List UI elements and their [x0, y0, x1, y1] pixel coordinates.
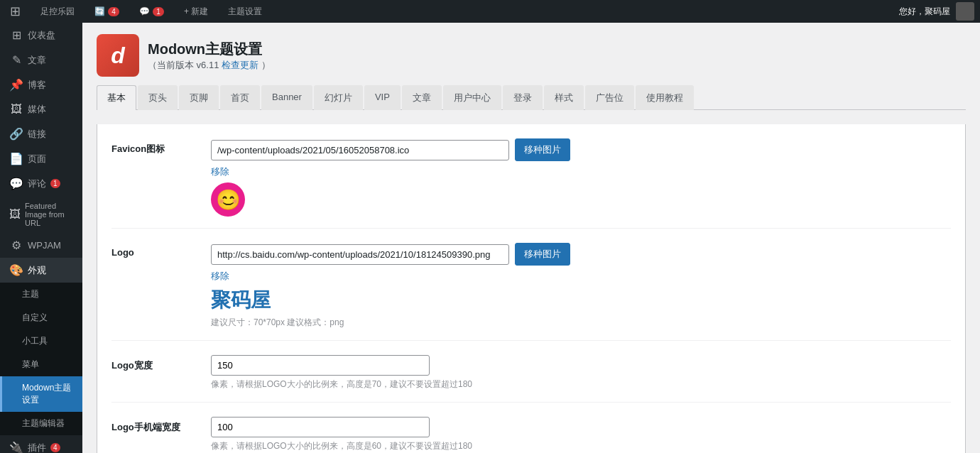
logo-remove-btn[interactable]: 移除 — [211, 270, 229, 283]
logo-hint: 建议尺寸：70*70px 建议格式：png — [211, 317, 951, 329]
logo-mobile-width-input[interactable] — [211, 417, 430, 437]
main-content: d Modown主题设置 （当前版本 v6.11 检查更新 ） 基本 页头 页脚… — [82, 23, 980, 453]
tab-adspace[interactable]: 广告位 — [585, 85, 634, 110]
sidebar-item-blog-label: 博客 — [28, 79, 46, 92]
favicon-input-row: 移种图片 — [211, 138, 951, 161]
pages-icon: 📄 — [9, 152, 23, 165]
sidebar-item-wpjam[interactable]: ⚙ WPJAM — [0, 233, 82, 258]
favicon-preview: 😊 — [211, 182, 245, 217]
modown-label: Modown主题设置 — [22, 382, 75, 406]
settings-form: Favicon图标 移种图片 移除 😊 Logo 移种图片 — [97, 124, 966, 453]
tab-header[interactable]: 页头 — [138, 85, 178, 110]
tab-footer[interactable]: 页脚 — [179, 85, 219, 110]
logo-input[interactable] — [211, 244, 509, 265]
logo-width-label: Logo宽度 — [111, 355, 211, 372]
favicon-upload-btn[interactable]: 移种图片 — [515, 138, 570, 161]
sidebar-item-comments[interactable]: 💬 评论 1 — [0, 171, 82, 196]
sidebar-item-links[interactable]: 🔗 链接 — [0, 121, 82, 146]
tab-style[interactable]: 样式 — [544, 85, 584, 110]
page-title: Modown主题设置 — [148, 40, 271, 59]
favicon-emoji: 😊 — [216, 188, 241, 212]
favicon-remove-btn[interactable]: 移除 — [211, 165, 229, 178]
appearance-submenu: 主题 自定义 小工具 菜单 Modown主题设置 主题编辑器 — [0, 283, 82, 435]
tabs-nav: 基本 页头 页脚 首页 Banner 幻灯片 VIP 文章 用户中心 登录 样式… — [97, 85, 966, 110]
sidebar-item-posts[interactable]: ✎ 文章 — [0, 48, 82, 72]
sidebar-item-theme-editor[interactable]: 主题编辑器 — [0, 412, 82, 435]
new-button-text: + 新建 — [184, 6, 208, 18]
logo-width-input[interactable] — [211, 355, 430, 376]
admin-bar-updates[interactable]: 🔄 4 — [90, 0, 124, 23]
menus-label: 菜单 — [22, 359, 39, 371]
favicon-row: Favicon图标 移种图片 移除 😊 — [111, 138, 951, 229]
media-icon: 🖼 — [9, 103, 23, 116]
blog-icon: 📌 — [9, 78, 23, 92]
theme-logo: d — [97, 34, 139, 77]
plugins-badge: 4 — [50, 443, 60, 452]
comments-badge: 1 — [153, 7, 164, 16]
logo-preview-text: 聚码屋 — [211, 287, 951, 314]
tab-banner[interactable]: Banner — [261, 85, 312, 110]
admin-bar-site-name[interactable]: 足控乐园 — [36, 0, 79, 23]
logo-row: Logo 移种图片 移除 聚码屋 建议尺寸：70*70px 建议格式：png — [111, 243, 951, 341]
updates-icon: 🔄 — [94, 6, 105, 16]
admin-bar-wp-logo[interactable]: ⊞ — [6, 0, 25, 23]
theme-header: d Modown主题设置 （当前版本 v6.11 检查更新 ） — [97, 34, 966, 77]
tab-basic[interactable]: 基本 — [97, 85, 136, 110]
theme-settings-text: 主题设置 — [228, 6, 262, 18]
sidebar-item-plugins-label: 插件 — [28, 442, 46, 454]
theme-logo-text: d — [111, 43, 125, 69]
sidebar-item-dashboard[interactable]: ⊞ 仪表盘 — [0, 23, 82, 48]
site-name-text: 足控乐园 — [40, 6, 75, 18]
sidebar-item-featured[interactable]: 🖼 Featured Image from URL — [0, 196, 82, 233]
version-suffix: ） — [261, 60, 271, 70]
favicon-content: 移种图片 移除 😊 — [211, 138, 951, 217]
sidebar-item-appearance-label: 外观 — [28, 264, 46, 277]
posts-icon: ✎ — [9, 53, 23, 67]
logo-width-hint: 像素，请根据LOGO大小的比例来，高度是70，建议不要设置超过180 — [211, 378, 951, 391]
tab-tutorial[interactable]: 使用教程 — [636, 85, 694, 110]
sidebar-item-modown[interactable]: Modown主题设置 — [0, 376, 82, 412]
widgets-label: 小工具 — [22, 335, 48, 347]
update-link[interactable]: 检查更新 — [222, 60, 258, 70]
sidebar-item-comments-label: 评论 — [28, 178, 46, 190]
tab-articles[interactable]: 文章 — [402, 85, 442, 110]
user-avatar — [956, 2, 974, 21]
tab-vip[interactable]: VIP — [364, 85, 401, 110]
comments-sidebar-icon: 💬 — [9, 177, 23, 190]
sidebar-item-themes[interactable]: 主题 — [0, 283, 82, 306]
admin-bar-new[interactable]: + 新建 — [180, 0, 212, 23]
favicon-input[interactable] — [211, 140, 509, 160]
admin-bar-comments[interactable]: 💬 1 — [135, 0, 168, 23]
dashboard-icon: ⊞ — [9, 28, 23, 42]
tab-home[interactable]: 首页 — [220, 85, 260, 110]
logo-input-row: 移种图片 — [211, 243, 951, 266]
featured-icon: 🖼 — [9, 208, 21, 221]
tab-slideshow[interactable]: 幻灯片 — [314, 85, 363, 110]
logo-width-row: Logo宽度 像素，请根据LOGO大小的比例来，高度是70，建议不要设置超过18… — [111, 355, 951, 403]
plugins-icon: 🔌 — [9, 441, 23, 453]
sidebar-item-plugins[interactable]: 🔌 插件 4 — [0, 435, 82, 453]
logo-upload-btn[interactable]: 移种图片 — [515, 243, 570, 266]
appearance-icon: 🎨 — [9, 263, 23, 277]
sidebar-item-widgets[interactable]: 小工具 — [0, 329, 82, 353]
logo-mobile-width-hint: 像素，请根据LOGO大小的比例来，高度是60，建议不要设置超过180 — [211, 440, 951, 452]
logo-content: 移种图片 移除 聚码屋 建议尺寸：70*70px 建议格式：png — [211, 243, 951, 329]
sidebar-item-pages[interactable]: 📄 页面 — [0, 146, 82, 171]
theme-title-block: Modown主题设置 （当前版本 v6.11 检查更新 ） — [148, 40, 271, 72]
customize-label: 自定义 — [22, 312, 48, 324]
sidebar-item-appearance[interactable]: 🎨 外观 — [0, 258, 82, 283]
logo-width-content: 像素，请根据LOGO大小的比例来，高度是70，建议不要设置超过180 — [211, 355, 951, 391]
admin-bar: ⊞ 足控乐园 🔄 4 💬 1 + 新建 主题设置 您好，聚码屋 — [0, 0, 980, 23]
sidebar-item-media[interactable]: 🖼 媒体 — [0, 97, 82, 121]
updates-badge: 4 — [108, 7, 119, 16]
tab-usercenter[interactable]: 用户中心 — [443, 85, 501, 110]
comments-sidebar-badge: 1 — [50, 179, 60, 188]
sidebar-item-menus[interactable]: 菜单 — [0, 353, 82, 376]
admin-bar-theme-settings[interactable]: 主题设置 — [224, 0, 266, 23]
wpjam-icon: ⚙ — [9, 239, 23, 252]
tab-login[interactable]: 登录 — [503, 85, 543, 110]
sidebar-item-blog[interactable]: 📌 博客 — [0, 72, 82, 97]
admin-bar-greeting: 您好，聚码屋 — [899, 2, 974, 21]
sidebar-item-customize[interactable]: 自定义 — [0, 306, 82, 329]
sidebar-item-dashboard-label: 仪表盘 — [28, 29, 55, 42]
